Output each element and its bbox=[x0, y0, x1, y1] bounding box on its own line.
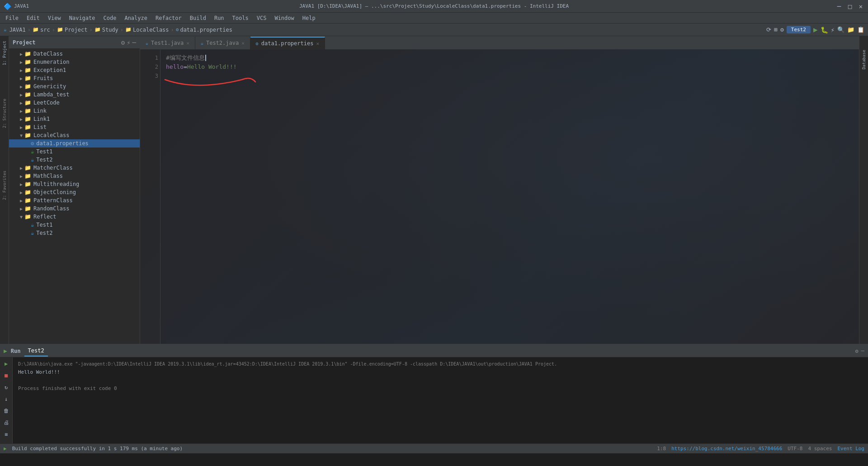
menu-code[interactable]: Code bbox=[100, 14, 120, 22]
tree-label-list: List bbox=[33, 124, 47, 130]
menu-vcs[interactable]: VCS bbox=[253, 14, 270, 22]
toolbar-right: ⟳ ⊞ ⚙ Test2 ▶ 🐛 ⚡ 🔍 📁 📋 bbox=[766, 25, 864, 34]
tab-test1[interactable]: ☕ Test1.java ✕ bbox=[140, 37, 195, 49]
tab-test2-java-icon: ☕ bbox=[201, 41, 203, 46]
tree-item-list[interactable]: ▶ 📁 List bbox=[9, 123, 140, 131]
menu-refactor[interactable]: Refactor bbox=[152, 14, 185, 22]
tree-item-data1[interactable]: ⚙ data1.properties bbox=[9, 139, 140, 147]
run-label: Run bbox=[11, 348, 21, 354]
panel-tools: ⚙ ⚡ ─ bbox=[121, 39, 136, 46]
tree-arrow-mathclass: ▶ bbox=[18, 174, 24, 179]
status-link[interactable]: https://blog.csdn.net/weixin_45784666 bbox=[671, 446, 782, 452]
run-tools: ⚙ ─ bbox=[855, 348, 864, 354]
tree-item-multithreading[interactable]: ▶ 📁 Multithreading bbox=[9, 180, 140, 188]
tree-item-mathclass[interactable]: ▶ 📁 MathClass bbox=[9, 172, 140, 180]
tab-data1[interactable]: ⚙ data1.properties ✕ bbox=[250, 37, 325, 49]
tree-item-randomclass[interactable]: ▶ 📁 RandomClass bbox=[9, 204, 140, 213]
project-panel-header: Project ⚙ ⚡ ─ bbox=[9, 36, 140, 49]
menu-analyze[interactable]: Analyze bbox=[121, 14, 151, 22]
run-filter-button[interactable]: ≡ bbox=[2, 430, 11, 439]
tree-item-localeclass[interactable]: ▼ 📁 LocaleClass bbox=[9, 131, 140, 139]
tree-item-link[interactable]: ▶ 📁 Link bbox=[9, 107, 140, 115]
close-button[interactable]: ✕ bbox=[857, 3, 864, 10]
run-minimize-icon[interactable]: ─ bbox=[861, 348, 864, 354]
menu-build[interactable]: Build bbox=[186, 14, 210, 22]
nav-file[interactable]: ⚙ data1.properties bbox=[176, 27, 232, 33]
test2-locale-java-icon: ☕ bbox=[31, 157, 34, 163]
randomclass-folder-icon: 📁 bbox=[24, 205, 31, 212]
tree-item-enumeration[interactable]: ▶ 📁 Enumeration bbox=[9, 58, 140, 66]
tab-test2[interactable]: ☕ Test2.java ✕ bbox=[195, 37, 250, 49]
tree-item-objectcloning[interactable]: ▶ 📁 ObjectCloning bbox=[9, 188, 140, 196]
run-settings-icon[interactable]: ⚙ bbox=[855, 348, 859, 354]
sync-icon[interactable]: ⟳ bbox=[766, 26, 771, 33]
nav-src[interactable]: 📁 src bbox=[33, 27, 50, 33]
code-line-1: #编写文件信息 bbox=[166, 53, 857, 62]
run-config-dropdown[interactable]: Test2 bbox=[787, 26, 811, 33]
tree-label-data1: data1.properties bbox=[36, 140, 89, 147]
debug-button[interactable]: 🐛 bbox=[821, 26, 828, 33]
title-bar-controls: ─ □ ✕ bbox=[835, 3, 864, 10]
nav-study[interactable]: 📁 Study bbox=[94, 27, 118, 33]
menu-run[interactable]: Run bbox=[211, 14, 228, 22]
tree-item-lambda[interactable]: ▶ 📁 Lambda_test bbox=[9, 90, 140, 99]
nav-project[interactable]: JAVA1 bbox=[9, 27, 26, 33]
minimize-button[interactable]: ─ bbox=[835, 3, 843, 10]
split-icon[interactable]: ⊞ bbox=[774, 26, 778, 33]
structure-view-icon[interactable]: 📋 bbox=[857, 26, 864, 33]
tree-item-matcherclass[interactable]: ▶ 📁 MatcherClass bbox=[9, 164, 140, 172]
tree-item-test1-locale[interactable]: ☕ Test1 bbox=[9, 147, 140, 156]
menu-view[interactable]: View bbox=[44, 14, 65, 22]
run-play-button[interactable]: ▶ bbox=[2, 359, 11, 368]
run-rerun-button[interactable]: ↻ bbox=[2, 383, 11, 392]
settings-icon[interactable]: ⚙ bbox=[780, 26, 784, 33]
tree-item-exception1[interactable]: ▶ 📁 Exception1 bbox=[9, 66, 140, 74]
panel-minimize-icon[interactable]: ─ bbox=[132, 39, 136, 46]
menu-window[interactable]: Window bbox=[271, 14, 297, 22]
panel-settings-icon[interactable]: ⚡ bbox=[127, 39, 130, 46]
favorites-tool-button[interactable]: 2: Favorites bbox=[1, 168, 8, 203]
menu-tools[interactable]: Tools bbox=[229, 14, 252, 22]
status-line-sep: 4 spaces bbox=[808, 446, 832, 452]
exception1-folder-icon: 📁 bbox=[24, 67, 31, 73]
maximize-button[interactable]: □ bbox=[846, 3, 854, 10]
tree-item-leetcode[interactable]: ▶ 📁 LeetCode bbox=[9, 99, 140, 107]
menu-file[interactable]: File bbox=[2, 14, 22, 22]
event-log-button[interactable]: Event Log bbox=[837, 446, 864, 452]
tab-data1-close[interactable]: ✕ bbox=[316, 41, 319, 47]
structure-tool-button[interactable]: 2: Structure bbox=[1, 96, 8, 131]
tree-item-fruits[interactable]: ▶ 📁 Fruits bbox=[9, 74, 140, 82]
run-with-coverage-button[interactable]: ⚡ bbox=[831, 26, 835, 33]
nav-localeclass[interactable]: 📁 LocaleClass bbox=[125, 27, 169, 33]
tree-item-link1[interactable]: ▶ 📁 Link1 bbox=[9, 115, 140, 123]
objectcloning-folder-icon: 📁 bbox=[24, 189, 31, 195]
search-everywhere-icon[interactable]: 🔍 bbox=[837, 26, 844, 33]
tree-container[interactable]: ▶ 📁 DateClass ▶ 📁 Enumeration ▶ 📁 Except… bbox=[9, 49, 140, 344]
menu-navigate[interactable]: Navigate bbox=[66, 14, 99, 22]
tab-test2-close[interactable]: ✕ bbox=[241, 40, 245, 46]
run-stop-button[interactable]: ■ bbox=[2, 371, 11, 380]
nav-project-folder[interactable]: 📁 Project bbox=[57, 27, 88, 33]
run-scroll-down-button[interactable]: ↓ bbox=[2, 395, 11, 404]
tree-item-test2-reflect[interactable]: ☕ Test2 bbox=[9, 229, 140, 237]
gear-icon[interactable]: ⚙ bbox=[121, 39, 125, 46]
tree-item-dateclass[interactable]: ▶ 📁 DateClass bbox=[9, 50, 140, 58]
project-tool-button[interactable]: 1: Project bbox=[1, 38, 8, 68]
tree-item-test1-reflect[interactable]: ☕ Test1 bbox=[9, 221, 140, 229]
run-print-button[interactable]: 🖨 bbox=[2, 418, 11, 427]
run-tab-label[interactable]: Test2 bbox=[24, 346, 48, 357]
nav-sep-2: › bbox=[52, 27, 55, 33]
open-file-icon[interactable]: 📁 bbox=[847, 26, 854, 33]
menu-help[interactable]: Help bbox=[299, 14, 319, 22]
status-position: 1:8 bbox=[657, 446, 666, 452]
database-tool-button[interactable]: Database bbox=[861, 47, 867, 72]
tab-test1-close[interactable]: ✕ bbox=[186, 40, 189, 46]
tree-item-test2-locale[interactable]: ☕ Test2 bbox=[9, 156, 140, 164]
tree-item-genericity[interactable]: ▶ 📁 Genericity bbox=[9, 82, 140, 90]
run-clear-button[interactable]: 🗑 bbox=[2, 406, 11, 415]
run-button[interactable]: ▶ bbox=[813, 25, 818, 34]
tree-item-patternclass[interactable]: ▶ 📁 PatternClass bbox=[9, 196, 140, 204]
menu-edit[interactable]: Edit bbox=[23, 14, 43, 22]
tree-item-reflect[interactable]: ▼ 📁 Reflect bbox=[9, 213, 140, 221]
code-area[interactable]: #编写文件信息 hello=Hello World!!! bbox=[160, 50, 863, 344]
